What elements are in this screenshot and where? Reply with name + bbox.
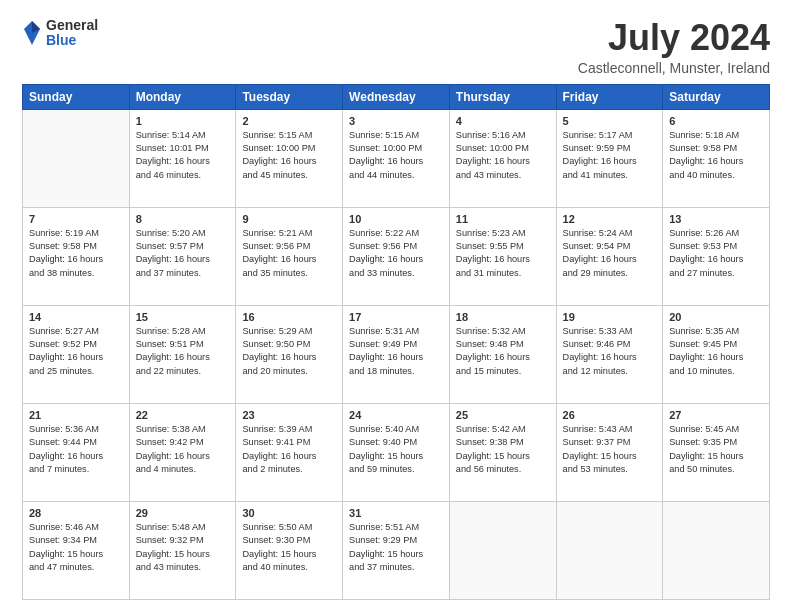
week-row-3: 21Sunrise: 5:36 AM Sunset: 9:44 PM Dayli…: [23, 403, 770, 501]
logo-blue-label: Blue: [46, 33, 98, 48]
day-info: Sunrise: 5:24 AM Sunset: 9:54 PM Dayligh…: [563, 227, 657, 280]
day-info: Sunrise: 5:38 AM Sunset: 9:42 PM Dayligh…: [136, 423, 230, 476]
day-cell: 27Sunrise: 5:45 AM Sunset: 9:35 PM Dayli…: [663, 403, 770, 501]
day-info: Sunrise: 5:15 AM Sunset: 10:00 PM Daylig…: [349, 129, 443, 182]
day-number: 22: [136, 409, 230, 421]
day-cell: 16Sunrise: 5:29 AM Sunset: 9:50 PM Dayli…: [236, 305, 343, 403]
logo-icon: [22, 19, 42, 47]
day-cell: 3Sunrise: 5:15 AM Sunset: 10:00 PM Dayli…: [343, 109, 450, 207]
day-number: 5: [563, 115, 657, 127]
day-info: Sunrise: 5:16 AM Sunset: 10:00 PM Daylig…: [456, 129, 550, 182]
page: General Blue July 2024 Castleconnell, Mu…: [0, 0, 792, 612]
day-info: Sunrise: 5:46 AM Sunset: 9:34 PM Dayligh…: [29, 521, 123, 574]
day-number: 30: [242, 507, 336, 519]
day-cell: 7Sunrise: 5:19 AM Sunset: 9:58 PM Daylig…: [23, 207, 130, 305]
day-cell: 28Sunrise: 5:46 AM Sunset: 9:34 PM Dayli…: [23, 501, 130, 599]
day-cell: [23, 109, 130, 207]
day-number: 10: [349, 213, 443, 225]
day-cell: 9Sunrise: 5:21 AM Sunset: 9:56 PM Daylig…: [236, 207, 343, 305]
day-info: Sunrise: 5:33 AM Sunset: 9:46 PM Dayligh…: [563, 325, 657, 378]
day-info: Sunrise: 5:27 AM Sunset: 9:52 PM Dayligh…: [29, 325, 123, 378]
day-info: Sunrise: 5:32 AM Sunset: 9:48 PM Dayligh…: [456, 325, 550, 378]
day-cell: [449, 501, 556, 599]
day-cell: 19Sunrise: 5:33 AM Sunset: 9:46 PM Dayli…: [556, 305, 663, 403]
day-number: 9: [242, 213, 336, 225]
day-info: Sunrise: 5:20 AM Sunset: 9:57 PM Dayligh…: [136, 227, 230, 280]
day-number: 24: [349, 409, 443, 421]
day-info: Sunrise: 5:42 AM Sunset: 9:38 PM Dayligh…: [456, 423, 550, 476]
day-info: Sunrise: 5:35 AM Sunset: 9:45 PM Dayligh…: [669, 325, 763, 378]
day-info: Sunrise: 5:18 AM Sunset: 9:58 PM Dayligh…: [669, 129, 763, 182]
day-number: 2: [242, 115, 336, 127]
day-number: 3: [349, 115, 443, 127]
day-number: 18: [456, 311, 550, 323]
day-cell: 6Sunrise: 5:18 AM Sunset: 9:58 PM Daylig…: [663, 109, 770, 207]
day-cell: 21Sunrise: 5:36 AM Sunset: 9:44 PM Dayli…: [23, 403, 130, 501]
day-info: Sunrise: 5:40 AM Sunset: 9:40 PM Dayligh…: [349, 423, 443, 476]
col-header-wednesday: Wednesday: [343, 84, 450, 109]
day-info: Sunrise: 5:28 AM Sunset: 9:51 PM Dayligh…: [136, 325, 230, 378]
day-cell: 12Sunrise: 5:24 AM Sunset: 9:54 PM Dayli…: [556, 207, 663, 305]
day-cell: 5Sunrise: 5:17 AM Sunset: 9:59 PM Daylig…: [556, 109, 663, 207]
col-header-thursday: Thursday: [449, 84, 556, 109]
day-number: 1: [136, 115, 230, 127]
day-info: Sunrise: 5:17 AM Sunset: 9:59 PM Dayligh…: [563, 129, 657, 182]
day-info: Sunrise: 5:36 AM Sunset: 9:44 PM Dayligh…: [29, 423, 123, 476]
day-cell: 18Sunrise: 5:32 AM Sunset: 9:48 PM Dayli…: [449, 305, 556, 403]
day-cell: 31Sunrise: 5:51 AM Sunset: 9:29 PM Dayli…: [343, 501, 450, 599]
day-cell: 2Sunrise: 5:15 AM Sunset: 10:00 PM Dayli…: [236, 109, 343, 207]
day-info: Sunrise: 5:50 AM Sunset: 9:30 PM Dayligh…: [242, 521, 336, 574]
day-number: 16: [242, 311, 336, 323]
day-cell: [663, 501, 770, 599]
week-row-4: 28Sunrise: 5:46 AM Sunset: 9:34 PM Dayli…: [23, 501, 770, 599]
day-number: 21: [29, 409, 123, 421]
day-info: Sunrise: 5:26 AM Sunset: 9:53 PM Dayligh…: [669, 227, 763, 280]
week-row-2: 14Sunrise: 5:27 AM Sunset: 9:52 PM Dayli…: [23, 305, 770, 403]
day-info: Sunrise: 5:51 AM Sunset: 9:29 PM Dayligh…: [349, 521, 443, 574]
day-info: Sunrise: 5:39 AM Sunset: 9:41 PM Dayligh…: [242, 423, 336, 476]
day-cell: 25Sunrise: 5:42 AM Sunset: 9:38 PM Dayli…: [449, 403, 556, 501]
day-cell: 20Sunrise: 5:35 AM Sunset: 9:45 PM Dayli…: [663, 305, 770, 403]
day-number: 11: [456, 213, 550, 225]
day-info: Sunrise: 5:45 AM Sunset: 9:35 PM Dayligh…: [669, 423, 763, 476]
day-number: 8: [136, 213, 230, 225]
day-cell: 23Sunrise: 5:39 AM Sunset: 9:41 PM Dayli…: [236, 403, 343, 501]
day-info: Sunrise: 5:14 AM Sunset: 10:01 PM Daylig…: [136, 129, 230, 182]
day-info: Sunrise: 5:29 AM Sunset: 9:50 PM Dayligh…: [242, 325, 336, 378]
day-cell: 1Sunrise: 5:14 AM Sunset: 10:01 PM Dayli…: [129, 109, 236, 207]
week-row-0: 1Sunrise: 5:14 AM Sunset: 10:01 PM Dayli…: [23, 109, 770, 207]
col-header-monday: Monday: [129, 84, 236, 109]
day-info: Sunrise: 5:15 AM Sunset: 10:00 PM Daylig…: [242, 129, 336, 182]
day-number: 19: [563, 311, 657, 323]
col-header-friday: Friday: [556, 84, 663, 109]
day-number: 23: [242, 409, 336, 421]
day-cell: 8Sunrise: 5:20 AM Sunset: 9:57 PM Daylig…: [129, 207, 236, 305]
day-number: 31: [349, 507, 443, 519]
day-number: 26: [563, 409, 657, 421]
col-header-sunday: Sunday: [23, 84, 130, 109]
day-number: 12: [563, 213, 657, 225]
title-block: July 2024 Castleconnell, Munster, Irelan…: [578, 18, 770, 76]
col-header-saturday: Saturday: [663, 84, 770, 109]
day-number: 6: [669, 115, 763, 127]
location-title: Castleconnell, Munster, Ireland: [578, 60, 770, 76]
day-cell: 22Sunrise: 5:38 AM Sunset: 9:42 PM Dayli…: [129, 403, 236, 501]
day-number: 27: [669, 409, 763, 421]
day-number: 14: [29, 311, 123, 323]
day-cell: 17Sunrise: 5:31 AM Sunset: 9:49 PM Dayli…: [343, 305, 450, 403]
day-info: Sunrise: 5:21 AM Sunset: 9:56 PM Dayligh…: [242, 227, 336, 280]
day-cell: 29Sunrise: 5:48 AM Sunset: 9:32 PM Dayli…: [129, 501, 236, 599]
header: General Blue July 2024 Castleconnell, Mu…: [22, 18, 770, 76]
col-header-tuesday: Tuesday: [236, 84, 343, 109]
day-info: Sunrise: 5:23 AM Sunset: 9:55 PM Dayligh…: [456, 227, 550, 280]
day-cell: 14Sunrise: 5:27 AM Sunset: 9:52 PM Dayli…: [23, 305, 130, 403]
header-row: SundayMondayTuesdayWednesdayThursdayFrid…: [23, 84, 770, 109]
calendar-table: SundayMondayTuesdayWednesdayThursdayFrid…: [22, 84, 770, 600]
day-number: 20: [669, 311, 763, 323]
logo-general-label: General: [46, 18, 98, 33]
day-info: Sunrise: 5:48 AM Sunset: 9:32 PM Dayligh…: [136, 521, 230, 574]
day-info: Sunrise: 5:22 AM Sunset: 9:56 PM Dayligh…: [349, 227, 443, 280]
day-cell: 4Sunrise: 5:16 AM Sunset: 10:00 PM Dayli…: [449, 109, 556, 207]
day-cell: 15Sunrise: 5:28 AM Sunset: 9:51 PM Dayli…: [129, 305, 236, 403]
day-info: Sunrise: 5:43 AM Sunset: 9:37 PM Dayligh…: [563, 423, 657, 476]
